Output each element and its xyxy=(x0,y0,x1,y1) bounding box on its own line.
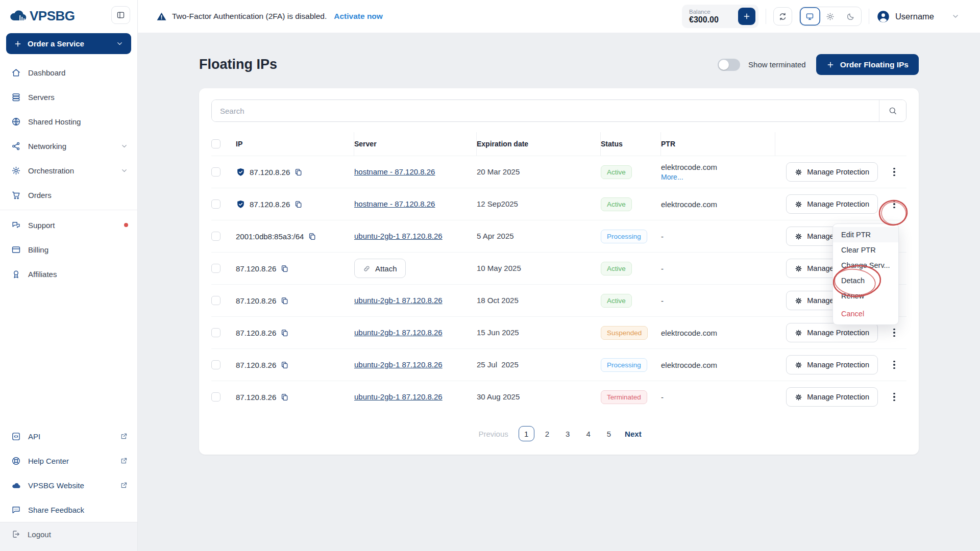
select-all-checkbox[interactable] xyxy=(211,139,220,148)
activate-now-link[interactable]: Activate now xyxy=(334,12,383,21)
row-menu-kebab-button[interactable] xyxy=(887,387,901,407)
copy-icon[interactable] xyxy=(280,264,289,273)
notification-dot xyxy=(124,223,128,227)
row-menu-kebab-button[interactable] xyxy=(887,194,901,214)
copy-icon[interactable] xyxy=(280,329,289,337)
column-header-expiration-date: Expiration date xyxy=(477,132,601,156)
sidebar-item-logout[interactable]: Logout xyxy=(0,522,137,551)
sidebar-item-support[interactable]: Support xyxy=(0,213,137,237)
manage-protection-button[interactable]: Manage Protection xyxy=(786,194,878,214)
row-checkbox[interactable] xyxy=(211,392,220,402)
sidebar-item-vpsbg-website[interactable]: VPSBG Website xyxy=(0,473,137,497)
manage-protection-button[interactable]: Manage Protection xyxy=(786,355,878,374)
context-menu-item-change-serv[interactable]: Change Serv... xyxy=(833,258,898,273)
expiration-date: 20 Mar 2025 xyxy=(477,167,520,176)
sidebar-collapse-button[interactable] xyxy=(111,6,130,24)
server-link[interactable]: ubuntu-2gb-1 87.120.8.26 xyxy=(354,392,443,401)
row-menu-kebab-button[interactable] xyxy=(887,323,901,342)
ptr-value: elektrocode.com xyxy=(661,163,770,171)
row-menu-kebab-button[interactable] xyxy=(887,355,901,374)
context-menu-item-edit-ptr[interactable]: Edit PTR xyxy=(833,227,898,242)
server-link[interactable]: hostname - 87.120.8.26 xyxy=(354,199,435,208)
pagination-page-2[interactable]: 2 xyxy=(540,426,555,441)
sidebar-item-orders[interactable]: Orders xyxy=(0,183,137,207)
sidebar-item-orchestration[interactable]: Orchestration xyxy=(0,158,137,183)
ptr-value: elektrocode.com xyxy=(661,361,770,369)
attach-button[interactable]: Attach xyxy=(354,259,406,278)
pagination-next[interactable]: Next xyxy=(622,430,645,438)
search-button[interactable] xyxy=(879,100,906,121)
search-input[interactable] xyxy=(212,100,879,121)
sidebar-item-api[interactable]: API xyxy=(0,424,137,448)
sidebar-item-shared-hosting[interactable]: Shared Hosting xyxy=(0,109,137,134)
copy-icon[interactable] xyxy=(294,200,303,209)
row-checkbox[interactable] xyxy=(211,167,220,177)
add-funds-button[interactable] xyxy=(738,8,755,25)
theme-dark-button[interactable] xyxy=(841,7,861,26)
ip-value-wrap: 87.120.8.26 xyxy=(236,296,349,305)
expiration-cell: 18 Oct 2025 xyxy=(477,296,601,305)
manage-protection-button[interactable]: Manage Protection xyxy=(786,162,878,182)
gear-icon xyxy=(795,329,802,337)
home-icon xyxy=(11,68,21,78)
sidebar-item-affiliates[interactable]: Affiliates xyxy=(0,262,137,286)
manage-protection-button[interactable]: Manage Protection xyxy=(786,387,878,407)
theme-light-button[interactable] xyxy=(820,7,841,26)
pagination-page-5[interactable]: 5 xyxy=(601,426,617,441)
cloud-icon xyxy=(11,481,21,490)
pagination-page-1[interactable]: 1 xyxy=(519,426,534,441)
server-link[interactable]: hostname - 87.120.8.26 xyxy=(354,167,435,176)
sidebar-item-help-center[interactable]: Help Center xyxy=(0,448,137,473)
manage-protection-button[interactable]: Manage Protection xyxy=(786,323,878,342)
refresh-button[interactable] xyxy=(773,7,792,26)
sidebar-item-dashboard[interactable]: Dashboard xyxy=(0,60,137,85)
context-menu-item-renew[interactable]: Renew xyxy=(833,288,898,304)
ptr-more-link[interactable]: More... xyxy=(661,173,770,181)
row-checkbox[interactable] xyxy=(211,199,220,209)
pagination-page-4[interactable]: 4 xyxy=(580,426,596,441)
copy-icon[interactable] xyxy=(280,296,289,305)
row-context-menu: Edit PTRClear PTRChange Serv...DetachRen… xyxy=(832,223,899,325)
context-menu-item-cancel[interactable]: Cancel xyxy=(833,306,898,321)
chevron-down-icon xyxy=(951,12,960,20)
context-menu-item-detach[interactable]: Detach xyxy=(833,273,898,288)
theme-system-button[interactable] xyxy=(800,7,820,26)
monitor-icon xyxy=(805,12,814,21)
server-link[interactable]: ubuntu-2gb-1 87.120.8.26 xyxy=(354,328,443,337)
context-menu-item-clear-ptr[interactable]: Clear PTR xyxy=(833,242,898,258)
order-a-service-button[interactable]: Order a Service xyxy=(6,33,131,54)
row-checkbox[interactable] xyxy=(211,328,220,337)
pagination-previous[interactable]: Previous xyxy=(473,430,513,438)
row-checkbox[interactable] xyxy=(211,296,220,305)
sidebar-item-share-feedback[interactable]: Share Feedback xyxy=(0,497,137,522)
copy-icon[interactable] xyxy=(308,232,316,241)
sidebar-item-servers[interactable]: Servers xyxy=(0,85,137,109)
row-checkbox[interactable] xyxy=(211,232,220,241)
sidebar-item-billing[interactable]: Billing xyxy=(0,237,137,262)
pagination-page-3[interactable]: 3 xyxy=(560,426,575,441)
sidebar-divider xyxy=(0,210,137,210)
user-menu[interactable]: Username xyxy=(876,10,960,23)
servers-icon xyxy=(11,92,21,102)
theme-switcher xyxy=(799,7,862,26)
sidebar-item-label: API xyxy=(28,432,40,441)
sidebar-item-networking[interactable]: Networking xyxy=(0,134,137,158)
server-link[interactable]: ubuntu-2gb-1 87.120.8.26 xyxy=(354,232,443,240)
row-select-cell xyxy=(211,167,236,177)
row-checkbox[interactable] xyxy=(211,360,220,369)
row-menu-kebab-button[interactable] xyxy=(887,162,901,182)
ip-address: 87.120.8.26 xyxy=(236,264,276,273)
ptr-cell: - xyxy=(661,393,775,402)
row-actions-cell: Manage Protection xyxy=(775,194,906,214)
copy-icon[interactable] xyxy=(280,361,289,369)
order-floating-ips-button[interactable]: Order Floating IPs xyxy=(816,54,919,75)
row-checkbox[interactable] xyxy=(211,264,220,273)
ip-address: 87.120.8.26 xyxy=(236,393,276,402)
server-link[interactable]: ubuntu-2gb-1 87.120.8.26 xyxy=(354,360,443,369)
show-terminated-toggle[interactable] xyxy=(718,59,740,71)
copy-icon[interactable] xyxy=(294,168,303,177)
server-link[interactable]: ubuntu-2gb-1 87.120.8.26 xyxy=(354,296,443,305)
manage-protection-label: Manage Protection xyxy=(807,393,869,401)
copy-icon[interactable] xyxy=(280,393,289,402)
ptr-cell: - xyxy=(661,296,775,305)
